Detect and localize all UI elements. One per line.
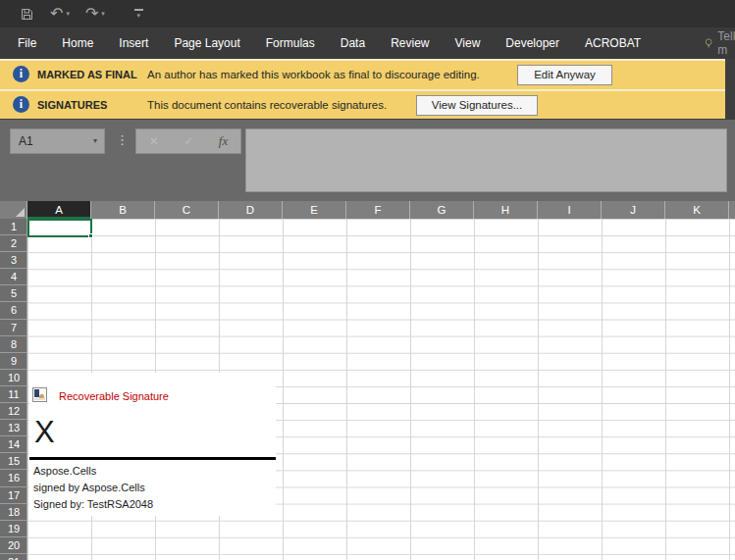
column-header-H[interactable]: H xyxy=(474,201,538,219)
select-all-corner[interactable] xyxy=(0,201,27,219)
undo-dropdown-icon[interactable]: ▾ xyxy=(66,10,70,18)
ribbon-tabs: FileHomeInsertPage LayoutFormulasDataRev… xyxy=(0,27,735,59)
row-header-2[interactable]: 2 xyxy=(0,235,27,252)
info-icon: i xyxy=(13,96,29,113)
column-header-E[interactable]: E xyxy=(283,201,346,219)
enter-button[interactable]: ✓ xyxy=(184,134,193,148)
undo-button[interactable]: ↶ ▾ xyxy=(50,6,70,22)
signature-object[interactable]: Recoverable Signature X Aspose.Cells sig… xyxy=(29,373,276,516)
marked-as-final-label: MARKED AS FINAL xyxy=(37,69,137,80)
column-headers: ABCDEFGHIJK xyxy=(0,201,735,219)
customize-quick-access-button[interactable]: ▾ xyxy=(134,9,143,20)
row-header-3[interactable]: 3 xyxy=(0,252,27,269)
row-header-15[interactable]: 15 xyxy=(0,453,27,470)
row-header-13[interactable]: 13 xyxy=(0,420,27,436)
marked-as-final-text: An author has marked this workbook as fi… xyxy=(147,69,480,80)
row-header-4[interactable]: 4 xyxy=(0,269,27,285)
signature-icon xyxy=(32,387,47,402)
signature-name: Aspose.Cells xyxy=(33,465,96,477)
column-header-D[interactable]: D xyxy=(219,201,283,219)
column-header-I[interactable]: I xyxy=(538,201,602,219)
row-header-5[interactable]: 5 xyxy=(0,285,27,302)
row-header-20[interactable]: 20 xyxy=(0,537,27,554)
tab-review[interactable]: Review xyxy=(391,36,429,50)
selected-cell[interactable] xyxy=(27,219,92,237)
signature-label: Recoverable Signature xyxy=(59,390,169,402)
name-box[interactable]: A1 ▾ xyxy=(10,128,105,154)
row-header-14[interactable]: 14 xyxy=(0,436,27,453)
name-box-dropdown-icon[interactable]: ▾ xyxy=(93,129,97,153)
signature-signed-by: signed by Aspose.Cells xyxy=(33,482,145,493)
formula-bar-region: A1 ▾ ⋮ ✕ ✓ fx xyxy=(0,120,735,201)
tab-data[interactable]: Data xyxy=(341,36,365,50)
column-header-A[interactable]: A xyxy=(27,201,91,219)
signatures-text: This document contains recoverable signa… xyxy=(147,99,387,111)
tab-view[interactable]: View xyxy=(455,36,481,50)
column-header-K[interactable]: K xyxy=(665,201,729,219)
tab-developer[interactable]: Developer xyxy=(505,36,559,50)
row-header-1[interactable]: 1 xyxy=(0,219,27,235)
formula-bar-separator-dots-icon: ⋮ xyxy=(116,132,129,147)
view-signatures-button[interactable]: View Signatures... xyxy=(416,95,538,116)
save-icon xyxy=(20,7,34,22)
row-header-7[interactable]: 7 xyxy=(0,320,27,336)
row-header-21[interactable]: 21 xyxy=(0,554,27,560)
row-header-8[interactable]: 8 xyxy=(0,336,27,353)
tell-me[interactable]: Tell m xyxy=(705,27,735,59)
edit-anyway-button[interactable]: Edit Anyway xyxy=(517,65,612,85)
formula-buttons: ✕ ✓ fx xyxy=(135,128,241,154)
tell-me-label: Tell m xyxy=(717,29,735,57)
row-header-12[interactable]: 12 xyxy=(0,403,27,420)
title-bar: ↶ ▾ ↷ ▾ ▾ xyxy=(0,0,735,27)
tab-acrobat[interactable]: ACROBAT xyxy=(585,36,641,50)
redo-icon: ↷ xyxy=(85,6,98,22)
message-bar-region: i MARKED AS FINAL An author has marked t… xyxy=(0,59,735,120)
select-all-triangle-icon xyxy=(16,208,25,217)
row-header-9[interactable]: 9 xyxy=(0,353,27,370)
column-header-F[interactable]: F xyxy=(346,201,410,219)
tab-insert[interactable]: Insert xyxy=(119,36,148,50)
message-bar-signatures: i SIGNATURES This document contains reco… xyxy=(0,91,725,119)
tab-file[interactable]: File xyxy=(18,36,36,50)
name-box-value: A1 xyxy=(19,134,33,148)
row-header-10[interactable]: 10 xyxy=(0,370,27,386)
save-button[interactable] xyxy=(20,7,34,22)
row-header-6[interactable]: 6 xyxy=(0,302,27,319)
signatures-label: SIGNATURES xyxy=(37,99,107,111)
row-header-18[interactable]: 18 xyxy=(0,504,27,521)
redo-dropdown-icon[interactable]: ▾ xyxy=(101,10,105,18)
signature-signer: Signed by: TestRSA2048 xyxy=(33,498,153,510)
column-header-G[interactable]: G xyxy=(410,201,474,219)
fill-handle[interactable] xyxy=(88,233,93,238)
row-header-19[interactable]: 19 xyxy=(0,521,27,537)
signature-x-mark: X xyxy=(34,416,55,449)
row-headers: 123456789101112131415161718192021 xyxy=(0,219,27,560)
cancel-button[interactable]: ✕ xyxy=(149,134,159,148)
row-header-16[interactable]: 16 xyxy=(0,470,27,486)
column-header-B[interactable]: B xyxy=(91,201,155,219)
insert-function-button[interactable]: fx xyxy=(219,133,228,149)
customize-quick-access-icon xyxy=(134,9,143,11)
tab-home[interactable]: Home xyxy=(62,36,93,50)
signature-line xyxy=(29,457,276,460)
row-header-11[interactable]: 11 xyxy=(0,386,27,403)
formula-input[interactable] xyxy=(245,128,727,192)
message-bar-marked-as-final: i MARKED AS FINAL An author has marked t… xyxy=(0,61,725,89)
redo-button[interactable]: ↷ ▾ xyxy=(85,6,105,22)
column-header-C[interactable]: C xyxy=(155,201,219,219)
lightbulb-icon xyxy=(705,35,712,52)
column-header-J[interactable]: J xyxy=(602,201,665,219)
tab-formulas[interactable]: Formulas xyxy=(266,36,315,50)
info-icon: i xyxy=(13,66,29,82)
customize-caret-icon: ▾ xyxy=(137,12,141,20)
tab-page-layout[interactable]: Page Layout xyxy=(174,36,239,50)
excel-window: ↶ ▾ ↷ ▾ ▾ FileHomeInsertPage LayoutFormu… xyxy=(0,0,735,560)
row-header-17[interactable]: 17 xyxy=(0,487,27,504)
undo-icon: ↶ xyxy=(50,6,63,22)
column-header-partial[interactable] xyxy=(729,201,735,219)
